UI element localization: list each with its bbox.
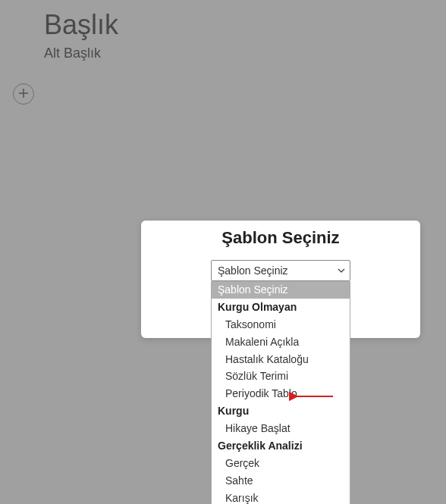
add-button[interactable] [13, 83, 34, 105]
chevron-down-icon [338, 261, 345, 280]
dropdown-item[interactable]: Hastalık Kataloğu [212, 351, 350, 368]
dropdown-item[interactable]: Karışık [212, 490, 350, 504]
dropdown-group: Kurgu Olmayan [212, 299, 350, 316]
dropdown-placeholder[interactable]: Şablon Seçiniz [212, 281, 350, 299]
dropdown-group: Kurgu [212, 402, 350, 420]
select-value: Şablon Seçiniz [218, 265, 288, 277]
page-title: Başlık [44, 9, 446, 41]
dropdown-item[interactable]: Sözlük Terimi [212, 368, 350, 385]
page-subtitle: Alt Başlık [44, 45, 446, 61]
template-dropdown: Şablon Seçiniz Kurgu Olmayan Taksonomi M… [211, 281, 350, 504]
plus-icon [18, 87, 29, 101]
modal-title: Şablon Seçiniz [141, 228, 420, 248]
dropdown-item[interactable]: Taksonomi [212, 316, 350, 333]
dropdown-item[interactable]: Hikaye Başlat [212, 420, 350, 437]
dropdown-group: Gerçeklik Analizi [212, 437, 350, 455]
dropdown-item[interactable]: Gerçek [212, 455, 350, 472]
template-select[interactable]: Şablon Seçiniz [211, 260, 350, 281]
dropdown-item[interactable]: Sahte [212, 472, 350, 490]
dropdown-item[interactable]: Periyodik Tablo [212, 385, 350, 402]
dropdown-item[interactable]: Makaleni Açıkla [212, 333, 350, 351]
